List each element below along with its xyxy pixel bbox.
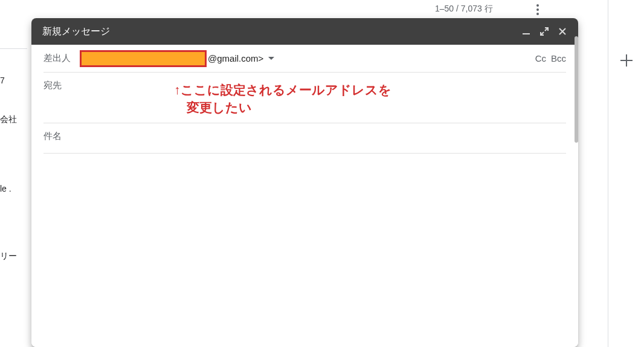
chevron-down-icon[interactable] [268, 57, 274, 60]
from-domain: @gmail.com> [208, 53, 263, 63]
subject-label: 件名 [43, 131, 80, 142]
from-address-redacted [80, 50, 207, 67]
compose-header[interactable]: 新規メッセージ [31, 18, 578, 45]
close-icon[interactable] [558, 27, 567, 36]
annotation-text: ↑ここに設定されるメールアドレスを 変更したい [174, 81, 391, 117]
divider [0, 48, 27, 49]
more-options-icon[interactable] [532, 4, 544, 16]
compose-window: 新規メッセージ 差出人 @gmail.com> [31, 18, 578, 347]
sidebar-fragment-1: 7 [0, 76, 5, 85]
compose-body: 差出人 @gmail.com> Cc Bcc 宛先 ↑ここに設定されるメールアド… [31, 45, 578, 347]
from-row: 差出人 @gmail.com> Cc Bcc [43, 45, 566, 73]
minimize-icon[interactable] [521, 27, 531, 36]
bcc-button[interactable]: Bcc [551, 53, 566, 63]
compose-title: 新規メッセージ [42, 25, 521, 38]
subject-row[interactable]: 件名 [43, 123, 566, 154]
side-panel [608, 0, 644, 347]
plus-icon[interactable] [620, 54, 633, 66]
to-row[interactable]: 宛先 ↑ここに設定されるメールアドレスを 変更したい [43, 73, 566, 123]
sidebar-fragment-2: 会社 [0, 114, 17, 125]
cc-button[interactable]: Cc [535, 53, 546, 63]
compose-body-area[interactable] [43, 154, 566, 335]
scrollbar[interactable] [575, 36, 578, 143]
from-label: 差出人 [43, 53, 80, 64]
sidebar-fragment-4: リー [0, 251, 17, 262]
sidebar-fragment-3: le . [0, 184, 11, 193]
left-edge-fragment: 7 会社 le . リー [0, 0, 27, 347]
expand-icon[interactable] [539, 27, 549, 36]
page-count-label: 1–50 / 7,073 行 [435, 4, 493, 15]
to-label: 宛先 [43, 80, 80, 91]
